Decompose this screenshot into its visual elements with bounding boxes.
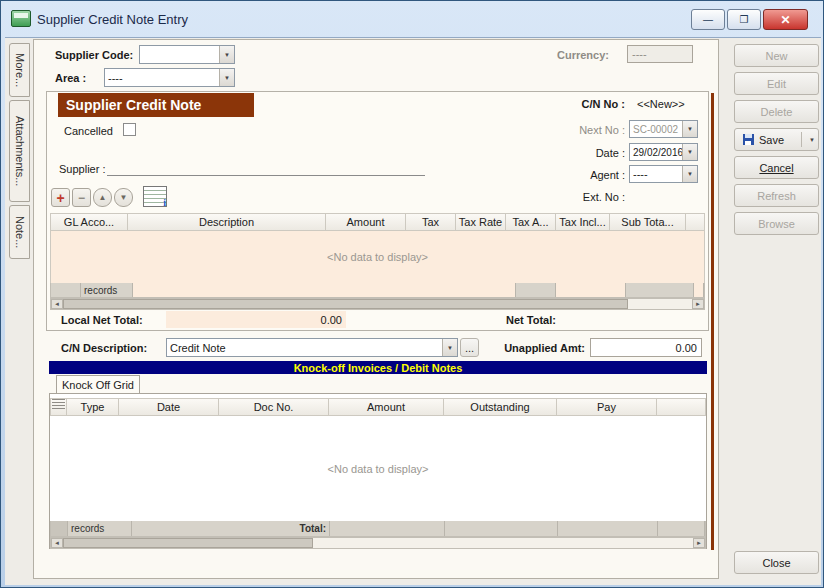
column-header-amount[interactable]: Amount [326,213,406,231]
column-header-tax-incl[interactable]: Tax Incl... [556,213,610,231]
column-header-filler [657,398,706,416]
supplier-label: Supplier : [59,163,105,175]
splitter-strip[interactable] [711,93,714,550]
scroll-left-icon[interactable]: ◄ [51,299,63,309]
detail-grid-hscrollbar[interactable]: ◄ ► [50,298,705,310]
save-button[interactable]: Save ▼ [734,128,819,151]
column-header-filler [686,213,705,231]
column-header-sub-total[interactable]: Sub Tota... [610,213,686,231]
knockoff-total-label: Total: [132,521,330,536]
supplier-code-label: Supplier Code: [55,49,133,61]
cancel-button[interactable]: Cancel [734,156,819,179]
next-no-label: Next No : [545,124,625,136]
knockoff-footer-cell [658,521,705,536]
cancelled-checkbox[interactable] [123,123,136,136]
agent-label: Agent : [545,169,625,181]
column-header-outstanding[interactable]: Outstanding [444,398,557,416]
minimize-button[interactable]: — [691,9,725,30]
next-no-combo[interactable]: SC-00002 ▼ [629,120,698,138]
scroll-left-icon[interactable]: ◄ [51,538,63,548]
panel-title: Supplier Credit Note [58,93,254,117]
column-header-tax[interactable]: Tax [406,213,456,231]
side-tab-attachments[interactable]: Attachments... [9,100,30,202]
knockoff-grid-hscrollbar[interactable]: ◄ ► [50,537,706,549]
column-header-gl-account[interactable]: GL Acco... [50,213,128,231]
scroll-right-icon[interactable]: ► [692,299,704,309]
column-header-doc-no[interactable]: Doc No. [219,398,329,416]
save-split-divider [801,132,802,147]
new-button[interactable]: New [734,44,819,67]
ext-no-field[interactable] [629,187,698,203]
cancelled-label: Cancelled [64,125,113,137]
save-button-label: Save [759,134,784,146]
supplier-code-combo[interactable]: ▼ [139,45,235,64]
chevron-down-icon[interactable]: ▼ [682,166,697,182]
cn-description-ellipsis-button[interactable]: ... [460,338,479,357]
column-header-type[interactable]: Type [67,398,119,416]
date-value: 29/02/2016 [630,144,682,160]
chevron-down-icon[interactable]: ▼ [682,144,697,160]
detail-footer-cell [516,283,556,297]
side-tab-more[interactable]: More... [9,43,30,97]
knockoff-grid-empty: <No data to display> [50,416,706,521]
add-row-button[interactable]: + [51,188,70,207]
knockoff-footer-cell [330,521,445,536]
agent-value: ---- [630,166,682,182]
window-title: Supplier Credit Note Entry [37,12,188,27]
area-combo[interactable]: ---- ▼ [104,68,235,87]
remove-row-button[interactable]: − [72,188,91,207]
scrollbar-thumb[interactable] [63,538,313,548]
tab-knock-off-grid[interactable]: Knock Off Grid [56,375,140,394]
scroll-right-icon[interactable]: ► [693,538,705,548]
scrollbar-thumb[interactable] [63,299,628,309]
cancel-button-label: Cancel [759,162,793,174]
chevron-down-icon[interactable]: ▼ [442,339,457,356]
knockoff-footer-cell [51,521,68,536]
chevron-down-icon[interactable]: ▼ [682,121,697,137]
column-header-tax-rate[interactable]: Tax Rate [456,213,506,231]
browse-button[interactable]: Browse [734,212,819,235]
column-header-ko-amount[interactable]: Amount [329,398,444,416]
close-window-button[interactable]: ✕ [763,9,808,30]
edit-button[interactable]: Edit [734,72,819,95]
save-dropdown-icon[interactable]: ▼ [809,137,815,143]
grid-info-icon[interactable] [143,186,167,207]
detail-footer-cell [694,283,704,297]
app-icon [11,10,31,27]
scrollbar-track[interactable] [628,299,692,309]
ext-no-label: Ext. No : [545,191,625,203]
move-up-button[interactable]: ▲ [93,188,112,207]
local-net-total-label: Local Net Total: [61,314,143,326]
cn-description-label: C/N Description: [61,342,147,354]
unapplied-amt-label: Unapplied Amt: [489,342,585,354]
title-bar[interactable]: Supplier Credit Note Entry — ❐ ✕ [1,1,824,37]
cn-description-combo[interactable]: Credit Note ▼ [166,338,458,357]
refresh-button[interactable]: Refresh [734,184,819,207]
column-header-tax-amt[interactable]: Tax A... [506,213,556,231]
maximize-button[interactable]: ❐ [727,9,761,30]
cn-description-value: Credit Note [167,339,442,356]
area-label: Area : [55,72,86,84]
move-down-button[interactable]: ▼ [114,188,133,207]
agent-combo[interactable]: ---- ▼ [629,165,698,183]
scrollbar-track[interactable] [313,538,693,548]
date-combo[interactable]: 29/02/2016 ▼ [629,143,698,161]
chevron-down-icon[interactable]: ▼ [219,69,234,86]
knockoff-records-label: records [68,521,132,536]
cn-no-label: C/N No : [545,98,625,110]
supplier-field[interactable] [107,159,425,176]
area-value: ---- [105,69,219,86]
supplier-code-value [140,46,219,63]
detail-footer-cell [556,283,626,297]
date-label: Date : [545,147,625,159]
column-header-pay[interactable]: Pay [557,398,657,416]
chevron-down-icon[interactable]: ▼ [219,46,234,63]
delete-button[interactable]: Delete [734,100,819,123]
column-header-description[interactable]: Description [128,213,326,231]
save-icon [743,134,754,145]
close-button[interactable]: Close [734,551,819,574]
side-tab-note[interactable]: Note... [9,205,30,259]
column-header-date[interactable]: Date [119,398,219,416]
knockoff-bar-title: Knock-off Invoices / Debit Notes [49,361,707,374]
detail-footer-cell [626,283,694,297]
